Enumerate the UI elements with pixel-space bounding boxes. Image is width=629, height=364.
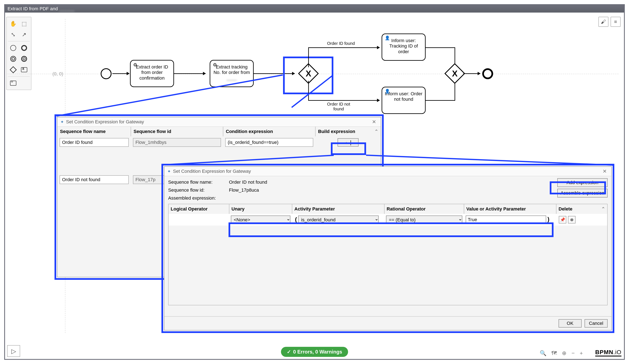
expression-row: <None> (is_orderid_found == (Equal to) )… <box>168 214 607 226</box>
meta-name-value: Order ID not found <box>229 180 267 185</box>
task-extract-order-id[interactable]: ⚙ Extract order ID from order confirmati… <box>130 60 174 87</box>
user-task-icon[interactable] <box>19 65 29 75</box>
gateway-icon[interactable] <box>8 65 18 75</box>
col-rational[interactable]: Rational Operator <box>384 204 464 214</box>
open-paren: ( <box>294 216 298 223</box>
title-blurred: ______ <box>59 6 74 11</box>
table-row: ←| <box>57 136 381 149</box>
gateway-merge[interactable]: X <box>445 63 465 84</box>
view-tools: 🔍 🗺 ⊕ − + <box>540 350 583 357</box>
user-icon: 👤 <box>385 89 390 94</box>
flow-label-found: Order ID found <box>327 41 355 46</box>
task-extract-tracking[interactable]: ⚙ Extract tracking No. for order from __… <box>210 60 254 87</box>
minimap-icon[interactable]: 🗺 <box>551 350 557 357</box>
dialog-title: Set Condition Expression for Gateway <box>173 169 251 174</box>
end-event[interactable] <box>482 68 493 79</box>
dialog-icon: ✦ <box>60 119 64 124</box>
pin-button[interactable]: 📌 <box>559 216 566 223</box>
col-delete[interactable]: Delete⌃ <box>556 204 607 214</box>
delete-button[interactable]: ⊗ <box>568 216 576 223</box>
close-button[interactable]: ✕ <box>370 119 378 125</box>
run-button[interactable]: ▷ <box>7 345 20 357</box>
zoom-in-icon[interactable]: + <box>580 350 583 357</box>
task-label: Inform user: Tracking ID of order <box>389 38 418 54</box>
title-text: Extract ID from PDF and <box>7 6 59 11</box>
status-text: 0 Errors, 0 Warnings <box>293 349 342 355</box>
connect-tool-icon[interactable]: ↗ <box>19 29 29 40</box>
meta-asm-label: Assembled expression: <box>168 195 225 201</box>
dialog-set-condition-2: ✦ Set Condition Expression for Gateway ✕… <box>164 166 612 331</box>
gateway-x-icon: X <box>448 67 461 80</box>
user-icon: 👤 <box>385 35 390 40</box>
meta-name-label: Sequence flow name: <box>168 180 225 185</box>
assemble-expression-button[interactable]: Assemble expression <box>557 189 608 197</box>
ok-button[interactable]: OK <box>559 319 582 328</box>
sort-icon: ⌃ <box>601 206 605 212</box>
flow-name-input[interactable] <box>60 175 129 184</box>
flow-id-input <box>133 138 221 147</box>
check-icon: ✓ <box>287 349 291 355</box>
task-label: Extract order ID from order confirmation <box>136 64 168 81</box>
titlebar: Extract ID from PDF and ______ <box>5 5 624 12</box>
zoom-out-icon[interactable]: − <box>572 350 575 357</box>
task-label: Inform user: Order not found <box>385 91 423 102</box>
meta-id-value: Flow_17p8uca <box>229 187 259 193</box>
end-event-icon[interactable] <box>19 43 29 53</box>
value-input[interactable] <box>466 215 546 224</box>
rational-select[interactable]: == (Equal to) <box>386 215 462 224</box>
bpmn-canvas[interactable]: (0, 0) ⚙ Extract order ID from order con… <box>38 19 619 124</box>
flow-name-input[interactable] <box>60 138 129 147</box>
cancel-button[interactable]: Cancel <box>585 319 608 328</box>
space-tool-icon[interactable]: ⤡ <box>8 29 18 40</box>
col-activity[interactable]: Activity Parameter <box>292 204 384 214</box>
col-expr[interactable]: Condition expression <box>223 127 315 136</box>
flow-expr-input[interactable] <box>225 138 313 147</box>
gear-icon: ⚙ <box>213 62 217 68</box>
dialog-icon: ✦ <box>167 169 171 174</box>
play-icon: ▷ <box>11 348 16 355</box>
col-unary[interactable]: Unary <box>229 204 292 214</box>
activity-select[interactable]: is_orderid_found <box>298 215 379 224</box>
expression-builder-table: Logical Operator Unary Activity Paramete… <box>168 204 608 305</box>
col-build[interactable]: Build expression ⌃ <box>315 127 381 136</box>
bpmn-io-logo[interactable]: BPMN.iO <box>595 349 622 357</box>
status-pill[interactable]: ✓ 0 Errors, 0 Warnings <box>281 347 348 357</box>
start-event[interactable] <box>101 68 112 79</box>
origin-label: (0, 0) <box>52 71 63 77</box>
close-paren: ) <box>546 216 551 222</box>
search-icon[interactable]: 🔍 <box>540 350 546 357</box>
hand-tool-icon[interactable]: ✋ <box>8 18 18 29</box>
sort-icon: ⌃ <box>374 129 378 134</box>
build-expression-button[interactable]: ←| <box>337 138 358 147</box>
col-id[interactable]: Sequence flow id <box>131 127 223 136</box>
task-inform-tracking[interactable]: 👤 Inform user: Tracking ID of order <box>382 33 426 61</box>
col-logical[interactable]: Logical Operator <box>168 204 229 214</box>
dialog-title: Set Condition Expression for Gateway <box>66 119 144 125</box>
meta-id-label: Sequence flow id: <box>168 187 225 193</box>
close-button[interactable]: ✕ <box>601 168 609 174</box>
start-event-icon[interactable] <box>8 43 18 53</box>
center-icon[interactable]: ⊕ <box>562 350 567 357</box>
tool-palette: ✋ ⬚ ⤡ ↗ <box>6 17 31 90</box>
gear-icon: ⚙ <box>133 62 137 68</box>
add-expression-button[interactable]: Add expression <box>557 178 608 187</box>
gateway-x-icon: X <box>302 67 315 80</box>
task-inform-notfound[interactable]: 👤 Inform user: Order not found <box>382 87 426 114</box>
service-task-icon[interactable] <box>8 78 18 88</box>
intermediate-event-alt-icon[interactable] <box>19 54 29 64</box>
lasso-tool-icon[interactable]: ⬚ <box>19 18 29 29</box>
col-name[interactable]: Sequence flow name <box>57 127 131 136</box>
intermediate-event-icon[interactable] <box>8 54 18 64</box>
unary-select[interactable]: <None> <box>231 215 290 224</box>
flow-label-notfound: Order ID notfound <box>327 102 350 111</box>
col-value[interactable]: Value or Activity Parameter <box>464 204 556 214</box>
task-label: Extract tracking No. for order from ____ <box>213 64 250 81</box>
